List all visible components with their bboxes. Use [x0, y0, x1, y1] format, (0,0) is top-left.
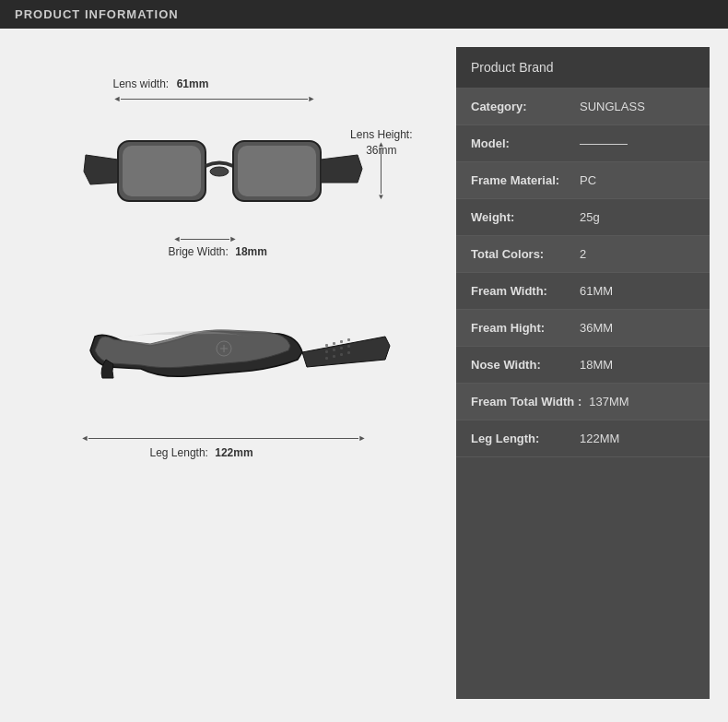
info-row-value: 61MM: [580, 284, 613, 298]
lens-width-label: Lens width:: [113, 77, 170, 90]
bridge-width-value: 18mm: [235, 245, 267, 258]
svg-rect-3: [238, 146, 316, 196]
info-row: Fream Total Width :137MM: [456, 384, 710, 420]
info-row: Model:————: [456, 125, 710, 162]
front-view-svg: [67, 109, 381, 229]
product-info-panel: Product Brand Category:SUNGLASSModel:———…: [456, 47, 710, 699]
info-row-value: 18MM: [580, 358, 613, 372]
main-content: Lens width: 61mm ◄ ►: [0, 29, 728, 717]
info-row-label: Fream Total Width :: [471, 395, 581, 408]
bridge-measurement: ◄ ► Brige Width: 18mm: [169, 234, 408, 258]
info-row-label: Nose Width:: [471, 358, 572, 372]
brand-row: Product Brand: [456, 47, 710, 89]
lens-height-arrow: ▲ ▼: [378, 141, 385, 201]
info-row-value: 25g: [580, 210, 600, 224]
info-row-label: Fream Hight:: [471, 321, 572, 335]
bottom-diagram: ◄ ► Leg Length: 122mm: [58, 286, 408, 459]
info-row-value: PC: [580, 173, 596, 187]
leg-length-value: 122mm: [215, 446, 252, 459]
front-view-container: Lens Height: 36mm ▲ ▼: [67, 109, 408, 229]
info-row: Frame Material:PC: [456, 162, 710, 199]
info-row-label: Category:: [471, 100, 572, 113]
svg-rect-13: [325, 357, 328, 360]
lens-height-label: Lens Height:: [350, 128, 412, 141]
svg-rect-9: [325, 350, 328, 353]
info-row: Fream Width:61MM: [456, 273, 710, 310]
bridge-arrow: ◄ ►: [173, 234, 238, 243]
svg-rect-16: [347, 351, 350, 354]
page-header: PRODUCT INFORMATION: [0, 0, 728, 29]
info-row-value: SUNGLASS: [580, 100, 645, 113]
info-row-value: ————: [580, 136, 628, 150]
info-row: Fream Hight:36MM: [456, 310, 710, 347]
info-row-label: Leg Length:: [471, 432, 572, 445]
info-row-value: 2: [580, 247, 586, 261]
info-row-label: Model:: [471, 136, 572, 150]
info-rows-container: Category:SUNGLASSModel:————Frame Materia…: [456, 89, 710, 457]
svg-rect-6: [333, 342, 335, 345]
lens-width-value: 61mm: [177, 77, 209, 90]
info-row-label: Total Colors:: [471, 247, 572, 261]
info-row: Leg Length:122MM: [456, 420, 710, 457]
info-row: Total Colors:2: [456, 236, 710, 273]
info-row-value: 137MM: [589, 395, 628, 408]
svg-point-4: [210, 167, 229, 176]
svg-rect-14: [333, 355, 335, 358]
leg-length-arrow: ◄ ►: [81, 433, 367, 443]
info-row-value: 122MM: [580, 432, 619, 445]
svg-rect-7: [340, 340, 343, 343]
svg-rect-5: [325, 344, 328, 347]
leg-length-measurement: ◄ ► Leg Length: 122mm: [76, 433, 408, 459]
svg-rect-11: [340, 347, 343, 349]
info-row-label: Fream Width:: [471, 284, 572, 298]
info-row: Weight:25g: [456, 199, 710, 236]
brand-label: Product Brand: [471, 60, 554, 75]
svg-rect-15: [340, 353, 343, 356]
svg-rect-10: [333, 349, 335, 351]
info-row: Category:SUNGLASS: [456, 89, 710, 125]
header-title: PRODUCT INFORMATION: [15, 7, 179, 21]
bridge-width-label: Brige Width:: [169, 245, 229, 258]
page-wrapper: PRODUCT INFORMATION Lens width: 61mm ◄ ►: [0, 0, 728, 722]
lens-width-measurement: Lens width: 61mm ◄ ►: [104, 75, 408, 103]
info-row-label: Weight:: [471, 210, 572, 224]
side-view-svg: [67, 286, 399, 433]
lens-width-arrow: ◄ ►: [113, 94, 316, 103]
bridge-label-group: Brige Width: 18mm: [169, 245, 408, 258]
svg-rect-8: [347, 338, 350, 341]
leg-length-label-group: Leg Length: 122mm: [150, 446, 408, 459]
left-section: Lens width: 61mm ◄ ►: [18, 38, 447, 708]
leg-length-label: Leg Length:: [150, 446, 208, 459]
svg-rect-1: [123, 146, 201, 196]
info-row: Nose Width:18MM: [456, 347, 710, 384]
info-row-value: 36MM: [580, 321, 613, 335]
info-row-label: Frame Material:: [471, 173, 572, 187]
top-diagram: Lens width: 61mm ◄ ►: [58, 75, 408, 258]
svg-rect-12: [347, 345, 350, 348]
